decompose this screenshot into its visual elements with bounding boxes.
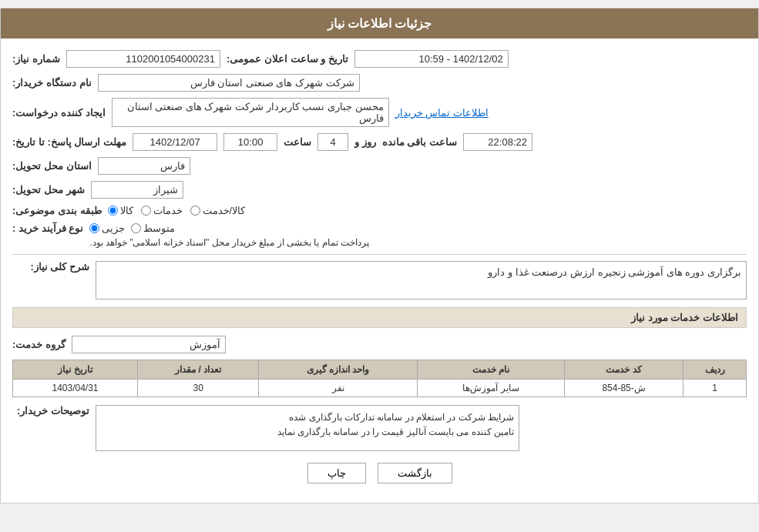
col-code: کد خدمت [565,360,683,380]
buyer-notes-label: توصیحات خریدار: [12,405,89,417]
category-kala-item: کالا [108,205,133,216]
divider1 [12,254,747,255]
creator-label: ایجاد کننده درخواست: [12,107,106,119]
print-button[interactable]: چاپ [307,463,366,483]
city-label: شهر محل تحویل: [12,184,85,196]
back-button[interactable]: بازگشت [378,463,452,483]
need-number-row: 1402/12/02 - 10:59 تاریخ و ساعت اعلان عم… [12,50,747,68]
services-table: ردیف کد خدمت نام خدمت واحد اندازه گیری ت… [12,360,747,397]
deadline-label: مهلت ارسال پاسخ: تا تاریخ: [12,136,126,148]
category-kala-khadamat-item: کالا/خدمت [190,205,246,216]
purchase-motavaset-label: متوسط [143,223,175,234]
services-section-title: اطلاعات خدمات مورد نیاز [12,307,747,328]
cell-row: 1 [683,380,747,397]
purchase-jozi-label: جزیی [102,223,125,234]
service-group-row: آموزش گروه خدمت: [12,336,747,353]
contact-link[interactable]: اطلاعات تماس خریدار [395,107,489,119]
col-unit: واحد اندازه گیری [259,360,417,380]
need-description-box: برگزاری دوره های آموزشی زنجیره ارزش درصن… [96,261,747,299]
buyer-org-row: شرکت شهرک های صنعتی استان فارس نام دستگا… [12,74,747,92]
purchase-type-label: نوع فرآیند خرید : [12,223,83,234]
cell-date: 1403/04/31 [13,380,138,397]
need-number-value: 1102001054000231 [66,50,220,68]
purchase-jozi-item: جزیی [89,223,125,234]
deadline-day-label: روز و [354,136,376,148]
col-qty: تعداد / مقدار [138,360,259,380]
category-kala-khadamat-radio[interactable] [190,206,200,216]
announce-datetime-label: تاریخ و ساعت اعلان عمومی: [227,53,348,65]
deadline-time: 10:00 [223,133,277,151]
need-description-label: شرح کلی نیاز: [12,261,89,273]
deadline-remaining: 22:08:22 [463,133,532,151]
purchase-motavaset-radio[interactable] [131,223,141,233]
buyer-notes-line1: شرایط شرکت در استعلام در سامانه تدارکات … [101,410,514,425]
buyer-org-value: شرکت شهرک های صنعتی استان فارس [98,74,360,92]
category-khadamat-item: خدمات [141,205,183,216]
province-value: فارس [98,157,190,175]
cell-code: ش-85-854 [565,380,683,397]
page-wrapper: جزئیات اطلاعات نیاز 1402/12/02 - 10:59 ت… [0,8,759,504]
deadline-date: 1402/12/07 [133,133,217,151]
city-value: شیراز [91,181,183,199]
deadline-remaining-label: ساعت باقی مانده [382,136,457,148]
buyer-org-label: نام دستگاه خریدار: [12,77,92,89]
buttons-row: بازگشت چاپ [12,463,747,483]
cell-qty: 30 [138,380,259,397]
category-kala-khadamat-label: کالا/خدمت [203,205,246,216]
purchase-note: پرداخت تمام یا بخشی از مبلغ خریدار محل "… [89,237,369,248]
category-kala-label: کالا [120,205,133,216]
category-row: کالا/خدمت خدمات کالا طبقه بندی موضوعی: [12,205,747,216]
creator-value: محسن جباری نسب کاربردار شرکت شهرک های صن… [112,98,389,127]
buyer-notes-line2: تامین کننده می بایست آنالیز قیمت را در س… [101,425,514,440]
need-number-label: شماره نیاز: [12,53,60,65]
purchase-jozi-radio[interactable] [89,223,99,233]
need-description-wrapper: برگزاری دوره های آموزشی زنجیره ارزش درصن… [12,261,747,299]
buyer-notes-box: شرایط شرکت در استعلام در سامانه تدارکات … [96,405,519,451]
services-table-container: ردیف کد خدمت نام خدمت واحد اندازه گیری ت… [12,360,747,397]
purchase-type-row: متوسط جزیی پرداخت تمام یا بخشی از مبلغ خ… [12,223,747,248]
content-area: 1402/12/02 - 10:59 تاریخ و ساعت اعلان عم… [1,38,758,503]
deadline-days: 4 [317,133,348,151]
city-row: شیراز شهر محل تحویل: [12,181,747,199]
announce-datetime-value: 1402/12/02 - 10:59 [354,50,509,68]
category-kala-radio[interactable] [108,206,118,216]
buyer-notes-wrapper: شرایط شرکت در استعلام در سامانه تدارکات … [12,405,747,451]
cell-unit: نفر [259,380,417,397]
purchase-motavaset-item: متوسط [131,223,175,234]
category-label: طبقه بندی موضوعی: [12,205,102,216]
page-title: جزئیات اطلاعات نیاز [1,8,758,38]
deadline-row: 22:08:22 ساعت باقی مانده روز و 4 ساعت 10… [12,133,747,151]
cell-name: سایر آموزش‌ها [417,380,564,397]
need-description-text: برگزاری دوره های آموزشی زنجیره ارزش درصن… [488,266,741,278]
col-date: تاریخ نیاز [13,360,138,380]
col-name: نام خدمت [417,360,564,380]
service-group-label: گروه خدمت: [12,339,65,350]
creator-row: اطلاعات تماس خریدار محسن جباری نسب کاربر… [12,98,747,127]
category-radio-group: کالا/خدمت خدمات کالا [108,205,246,216]
category-khadamat-label: خدمات [153,205,183,216]
table-row: 1 ش-85-854 سایر آموزش‌ها نفر 30 1403/04/… [13,380,747,397]
category-khadamat-radio[interactable] [141,206,151,216]
deadline-time-label: ساعت [284,136,311,148]
province-label: استان محل تحویل: [12,160,92,172]
province-row: فارس استان محل تحویل: [12,157,747,175]
service-group-value: آموزش [72,336,226,353]
col-row: ردیف [683,360,747,380]
